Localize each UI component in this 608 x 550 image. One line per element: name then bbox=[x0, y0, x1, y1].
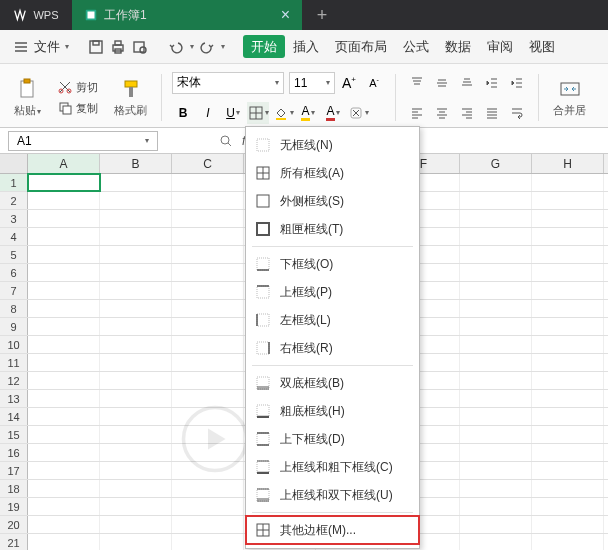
cell[interactable] bbox=[460, 480, 532, 497]
cell[interactable] bbox=[532, 300, 604, 317]
row-header[interactable]: 6 bbox=[0, 264, 28, 281]
cell[interactable] bbox=[100, 498, 172, 515]
cell[interactable] bbox=[100, 318, 172, 335]
cell[interactable] bbox=[460, 264, 532, 281]
font-size-combo[interactable]: 11▾ bbox=[289, 72, 335, 94]
cell[interactable] bbox=[460, 408, 532, 425]
border-menu-item[interactable]: 外侧框线(S) bbox=[246, 187, 419, 215]
cell[interactable] bbox=[28, 336, 100, 353]
cell[interactable] bbox=[100, 192, 172, 209]
cell[interactable] bbox=[28, 534, 100, 550]
border-menu-item[interactable]: 粗底框线(H) bbox=[246, 397, 419, 425]
cell[interactable] bbox=[172, 264, 244, 281]
cell[interactable] bbox=[172, 516, 244, 533]
cell[interactable] bbox=[28, 372, 100, 389]
tab-页面布局[interactable]: 页面布局 bbox=[327, 35, 395, 58]
column-header[interactable]: A bbox=[28, 154, 100, 173]
increase-indent-button[interactable] bbox=[506, 72, 528, 94]
cell[interactable] bbox=[100, 246, 172, 263]
cell[interactable] bbox=[172, 210, 244, 227]
cell[interactable] bbox=[28, 354, 100, 371]
cell[interactable] bbox=[28, 426, 100, 443]
column-header[interactable]: H bbox=[532, 154, 604, 173]
row-header[interactable]: 8 bbox=[0, 300, 28, 317]
zoom-icon[interactable] bbox=[218, 133, 234, 149]
cell[interactable] bbox=[28, 318, 100, 335]
row-header[interactable]: 1 bbox=[0, 174, 28, 191]
cell[interactable] bbox=[100, 300, 172, 317]
cell[interactable] bbox=[532, 498, 604, 515]
cell[interactable] bbox=[100, 444, 172, 461]
cell[interactable] bbox=[28, 390, 100, 407]
cell[interactable] bbox=[172, 480, 244, 497]
border-menu-item[interactable]: 上框线(P) bbox=[246, 278, 419, 306]
align-top-button[interactable] bbox=[406, 72, 428, 94]
decrease-font-button[interactable]: A- bbox=[363, 72, 385, 94]
cell[interactable] bbox=[28, 516, 100, 533]
decrease-indent-button[interactable] bbox=[481, 72, 503, 94]
font-family-combo[interactable]: 宋体▾ bbox=[172, 72, 284, 94]
cell[interactable] bbox=[28, 480, 100, 497]
row-header[interactable]: 7 bbox=[0, 282, 28, 299]
cell[interactable] bbox=[460, 462, 532, 479]
print-preview-button[interactable] bbox=[131, 38, 149, 56]
row-header[interactable]: 11 bbox=[0, 354, 28, 371]
cell[interactable] bbox=[532, 174, 604, 191]
cell[interactable] bbox=[460, 318, 532, 335]
fill-color-button[interactable]: ▾ bbox=[272, 102, 294, 124]
cell[interactable] bbox=[532, 390, 604, 407]
cell[interactable] bbox=[28, 498, 100, 515]
cell[interactable] bbox=[28, 246, 100, 263]
cell[interactable] bbox=[100, 354, 172, 371]
cell[interactable] bbox=[460, 372, 532, 389]
row-header[interactable]: 9 bbox=[0, 318, 28, 335]
cell[interactable] bbox=[460, 444, 532, 461]
row-header[interactable]: 14 bbox=[0, 408, 28, 425]
row-header[interactable]: 18 bbox=[0, 480, 28, 497]
cell[interactable] bbox=[460, 282, 532, 299]
border-menu-item[interactable]: 上下框线(D) bbox=[246, 425, 419, 453]
app-menu-button[interactable]: 文件▾ bbox=[12, 38, 69, 56]
cell[interactable] bbox=[532, 336, 604, 353]
cell[interactable] bbox=[460, 174, 532, 191]
copy-button[interactable]: 复制 bbox=[53, 98, 102, 118]
tab-开始[interactable]: 开始 bbox=[243, 35, 285, 58]
cell[interactable] bbox=[460, 498, 532, 515]
align-bottom-button[interactable] bbox=[456, 72, 478, 94]
row-header[interactable]: 17 bbox=[0, 462, 28, 479]
redo-button[interactable]: ▾ bbox=[198, 38, 225, 56]
cell[interactable] bbox=[532, 426, 604, 443]
cell[interactable] bbox=[100, 264, 172, 281]
cell[interactable] bbox=[100, 210, 172, 227]
cell[interactable] bbox=[172, 300, 244, 317]
cell[interactable] bbox=[100, 174, 172, 191]
cell[interactable] bbox=[28, 444, 100, 461]
clear-format-button[interactable]: ▾ bbox=[347, 102, 369, 124]
row-header[interactable]: 4 bbox=[0, 228, 28, 245]
border-menu-item[interactable]: 左框线(L) bbox=[246, 306, 419, 334]
cell[interactable] bbox=[28, 408, 100, 425]
row-header[interactable]: 16 bbox=[0, 444, 28, 461]
cell[interactable] bbox=[460, 192, 532, 209]
cell[interactable] bbox=[172, 246, 244, 263]
border-menu-item[interactable]: 双底框线(B) bbox=[246, 369, 419, 397]
cell[interactable] bbox=[532, 462, 604, 479]
cell[interactable] bbox=[100, 534, 172, 550]
row-header[interactable]: 12 bbox=[0, 372, 28, 389]
cell[interactable] bbox=[460, 210, 532, 227]
cell[interactable] bbox=[460, 516, 532, 533]
cell[interactable] bbox=[172, 426, 244, 443]
cell[interactable] bbox=[532, 228, 604, 245]
row-header[interactable]: 13 bbox=[0, 390, 28, 407]
align-right-button[interactable] bbox=[456, 102, 478, 124]
cell[interactable] bbox=[172, 228, 244, 245]
border-menu-item[interactable]: 所有框线(A) bbox=[246, 159, 419, 187]
cell[interactable] bbox=[28, 462, 100, 479]
format-painter-group[interactable]: 格式刷 bbox=[110, 68, 151, 127]
row-header[interactable]: 5 bbox=[0, 246, 28, 263]
column-header[interactable]: G bbox=[460, 154, 532, 173]
cell[interactable] bbox=[100, 282, 172, 299]
align-center-button[interactable] bbox=[431, 102, 453, 124]
tab-数据[interactable]: 数据 bbox=[437, 35, 479, 58]
row-header[interactable]: 3 bbox=[0, 210, 28, 227]
